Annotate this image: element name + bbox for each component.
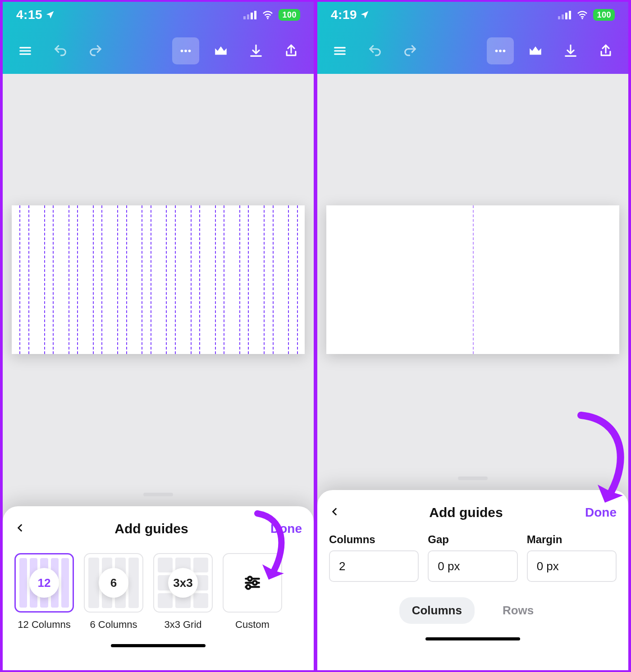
battery-badge: 100 (593, 9, 615, 21)
back-button[interactable] (329, 506, 356, 519)
more-options-button[interactable] (487, 37, 514, 64)
svg-point-9 (248, 577, 252, 581)
svg-point-18 (582, 18, 583, 19)
option-badge: 3x3 (168, 568, 198, 598)
editor-canvas-area[interactable] (3, 74, 314, 511)
battery-badge: 100 (279, 9, 300, 21)
option-3x3-grid[interactable]: 3x3 3x3 Grid (153, 553, 213, 631)
guide-options-row: 12 12 Columns 6 6 Columns 3x3 3x3 Grid (14, 553, 302, 631)
option-custom[interactable]: Custom (223, 553, 282, 631)
share-button[interactable] (592, 37, 619, 64)
redo-button[interactable] (397, 37, 424, 64)
location-icon (45, 10, 55, 20)
svg-point-20 (499, 50, 502, 52)
center-column-guide (473, 205, 474, 354)
svg-rect-14 (558, 16, 560, 19)
app-header: 4:15 100 (3, 2, 314, 74)
option-label: 12 Columns (14, 619, 74, 631)
cellular-icon (558, 10, 572, 19)
premium-button[interactable] (207, 37, 234, 64)
svg-rect-16 (565, 13, 567, 19)
margin-label: Margin (527, 533, 617, 546)
top-toolbar (3, 28, 314, 74)
svg-rect-1 (247, 14, 249, 19)
svg-point-4 (267, 18, 269, 19)
columns-label: Columns (329, 533, 419, 546)
wifi-icon (576, 10, 589, 19)
redo-button[interactable] (82, 37, 109, 64)
custom-guides-sheet: Add guides Done Columns 2 Gap 0 px Margi… (317, 490, 628, 670)
cellular-icon (243, 10, 257, 19)
menu-button[interactable] (326, 37, 353, 64)
back-button[interactable] (14, 522, 41, 536)
location-icon (360, 10, 370, 20)
download-button[interactable] (242, 37, 270, 64)
svg-rect-17 (569, 11, 571, 19)
design-page[interactable] (326, 205, 619, 354)
premium-button[interactable] (522, 37, 549, 64)
gap-input[interactable]: 0 px (428, 550, 517, 582)
option-label: 3x3 Grid (153, 619, 213, 631)
segment-rows[interactable]: Rows (490, 597, 546, 624)
svg-rect-15 (562, 14, 564, 19)
svg-rect-3 (254, 11, 256, 19)
svg-point-21 (503, 50, 506, 52)
sheet-title: Add guides (41, 521, 261, 536)
clock: 4:19 (331, 8, 357, 22)
margin-input[interactable]: 0 px (527, 550, 617, 582)
svg-rect-0 (243, 16, 246, 19)
share-button[interactable] (278, 37, 305, 64)
gap-label: Gap (428, 533, 517, 546)
status-bar: 4:15 100 (3, 2, 314, 28)
home-indicator[interactable] (425, 637, 520, 640)
clock: 4:15 (16, 8, 42, 22)
custom-guides-form: Columns 2 Gap 0 px Margin 0 px (329, 533, 617, 582)
phone-left: 4:15 100 (3, 2, 314, 670)
sliders-icon (242, 573, 262, 593)
columns-input[interactable]: 2 (329, 550, 419, 582)
option-badge: 12 (29, 568, 59, 598)
undo-button[interactable] (47, 37, 74, 64)
svg-rect-2 (251, 13, 253, 19)
menu-button[interactable] (12, 37, 39, 64)
option-6-columns[interactable]: 6 6 Columns (84, 553, 143, 631)
svg-point-19 (495, 50, 498, 52)
design-page[interactable] (12, 205, 305, 354)
app-header: 4:19 100 (317, 2, 628, 74)
undo-button[interactable] (361, 37, 389, 64)
svg-point-13 (246, 585, 250, 589)
download-button[interactable] (557, 37, 584, 64)
svg-point-5 (181, 50, 183, 52)
editor-canvas-area[interactable] (317, 74, 628, 511)
done-button[interactable]: Done (261, 522, 302, 536)
status-bar: 4:19 100 (317, 2, 628, 28)
more-options-button[interactable] (172, 37, 199, 64)
segment-columns[interactable]: Columns (399, 597, 475, 624)
phone-right: 4:19 100 (317, 2, 628, 670)
svg-point-6 (184, 50, 187, 52)
option-badge: 6 (99, 568, 128, 598)
option-12-columns[interactable]: 12 12 Columns (14, 553, 74, 631)
columns-rows-segmented: Columns Rows (329, 597, 617, 624)
twelve-column-guides (12, 205, 305, 354)
home-indicator[interactable] (111, 644, 206, 647)
sheet-handle[interactable] (143, 493, 173, 496)
option-label: Custom (223, 619, 282, 631)
svg-point-7 (188, 50, 191, 52)
add-guides-sheet: Add guides Done 12 12 Columns 6 6 Column… (3, 506, 314, 670)
option-label: 6 Columns (84, 619, 143, 631)
svg-point-11 (253, 581, 257, 585)
wifi-icon (261, 10, 274, 19)
sheet-title: Add guides (356, 505, 576, 520)
sheet-handle[interactable] (458, 477, 488, 480)
top-toolbar (317, 28, 628, 74)
done-button[interactable]: Done (576, 505, 617, 520)
